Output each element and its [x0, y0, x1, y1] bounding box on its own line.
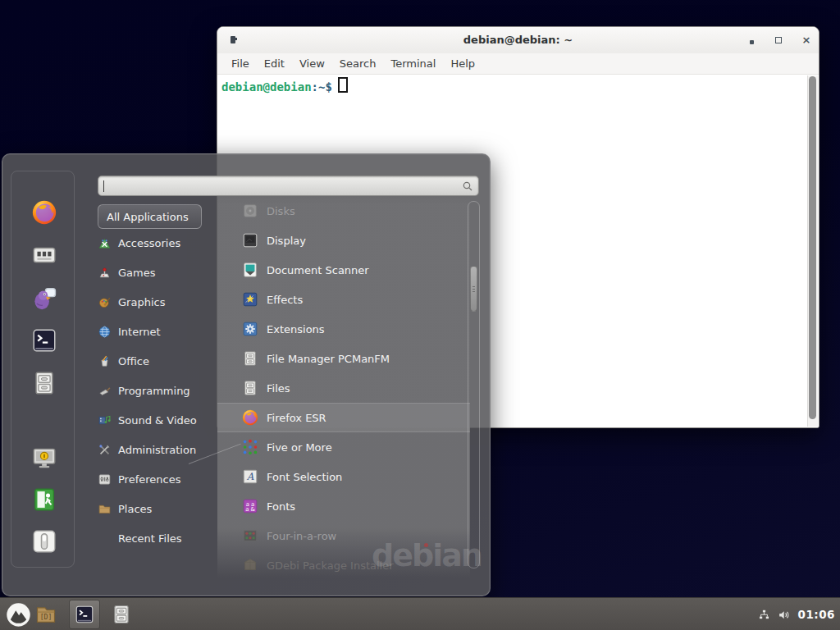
preferences-icon: [98, 472, 112, 486]
favorite-control-center[interactable]: [28, 239, 61, 272]
application-list: Disks Display Document Scanner Effects E…: [217, 196, 470, 582]
favorite-logout[interactable]: [28, 483, 61, 516]
menu-search[interactable]: Search: [332, 53, 384, 75]
category-list: Accessories Games Graphics Internet Offi…: [98, 228, 221, 553]
application-menu: All Applications Accessories Games Graph…: [2, 153, 491, 596]
font-selection-icon: [241, 468, 259, 486]
category-internet[interactable]: Internet: [98, 317, 221, 346]
category-games[interactable]: Games: [98, 258, 221, 287]
app-font-selection[interactable]: Font Selection: [217, 462, 470, 491]
category-places[interactable]: Places: [98, 494, 221, 523]
menu-scrollbar[interactable]: [468, 201, 480, 568]
search-input[interactable]: [103, 177, 457, 194]
app-files[interactable]: Files: [217, 373, 470, 403]
internet-icon: [98, 325, 112, 339]
display-icon: [241, 231, 259, 249]
window-title: debian@debian: ~: [217, 27, 819, 53]
category-sound-video[interactable]: Sound & Video: [98, 405, 221, 435]
all-applications-label: All Applications: [107, 211, 189, 223]
minimize-button[interactable]: [745, 34, 758, 47]
menu-search-box[interactable]: [98, 176, 479, 196]
spacer: [98, 532, 112, 546]
programming-icon: [98, 384, 112, 398]
favorite-lock-screen[interactable]: [28, 441, 61, 474]
maximize-button[interactable]: [772, 34, 785, 47]
app-file-manager-pcmanfm[interactable]: File Manager PCManFM: [217, 344, 470, 373]
file-cabinet-icon: [241, 349, 259, 368]
category-accessories[interactable]: Accessories: [98, 228, 221, 258]
favorite-pidgin[interactable]: [28, 281, 61, 314]
fonts-icon: [241, 497, 259, 515]
taskbar: 01:06: [0, 597, 840, 630]
debian-watermark: debian: [372, 540, 482, 571]
places-icon: [98, 502, 112, 516]
folder-icon: [34, 603, 57, 626]
volume-icon[interactable]: [777, 607, 792, 623]
file-cabinet-icon: [241, 379, 259, 397]
firefox-icon: [30, 199, 58, 226]
desktop: debian@debian: ~ × File Edit View Search…: [0, 0, 840, 630]
menu-file[interactable]: File: [224, 53, 257, 75]
category-office[interactable]: Office: [98, 346, 221, 376]
graphics-icon: [98, 295, 112, 309]
app-document-scanner[interactable]: Document Scanner: [217, 255, 470, 285]
app-disks[interactable]: Disks: [217, 196, 470, 226]
desktop-folder-button[interactable]: [34, 603, 57, 626]
effects-icon: [241, 290, 259, 308]
app-extensions[interactable]: Extensions: [217, 314, 470, 344]
category-graphics[interactable]: Graphics: [98, 287, 221, 317]
pidgin-icon: [30, 284, 58, 312]
close-button[interactable]: ×: [800, 34, 813, 47]
app-fonts[interactable]: Fonts: [217, 491, 470, 521]
accessories-icon: [98, 236, 112, 250]
menu-view[interactable]: View: [292, 53, 332, 75]
gdebi-icon: [241, 556, 259, 574]
app-firefox-esr[interactable]: Firefox ESR: [217, 403, 470, 432]
terminal-icon: [74, 604, 95, 625]
category-programming[interactable]: Programming: [98, 376, 221, 405]
clock[interactable]: 01:06: [798, 608, 835, 621]
four-in-a-row-icon: [241, 527, 259, 545]
disks-icon: [241, 202, 259, 220]
favorite-file-manager[interactable]: [28, 367, 61, 399]
app-display[interactable]: Display: [217, 226, 470, 255]
five-or-more-icon: [241, 438, 259, 456]
menu-button[interactable]: [5, 601, 31, 628]
terminal-menubar: File Edit View Search Terminal Help: [217, 53, 819, 75]
favorite-shutdown[interactable]: [28, 525, 61, 558]
menu-edit[interactable]: Edit: [257, 53, 292, 75]
file-manager-task-button[interactable]: [110, 603, 133, 626]
games-icon: [98, 266, 112, 280]
favorite-terminal[interactable]: [28, 324, 61, 357]
all-applications-button[interactable]: All Applications: [98, 204, 202, 229]
system-tray: 01:06: [757, 598, 835, 630]
document-scanner-icon: [241, 261, 259, 279]
administration-icon: [98, 443, 112, 457]
network-icon[interactable]: [757, 608, 771, 622]
firefox-icon: [241, 409, 259, 427]
category-administration[interactable]: Administration: [98, 435, 221, 464]
terminal-scrollbar-thumb[interactable]: [809, 76, 816, 419]
extensions-icon: [241, 320, 259, 338]
control-center-icon: [30, 241, 58, 269]
terminal-titlebar[interactable]: debian@debian: ~ ×: [217, 27, 819, 54]
menu-help[interactable]: Help: [443, 53, 482, 75]
category-preferences[interactable]: Preferences: [98, 464, 221, 494]
terminal-icon: [30, 326, 58, 354]
terminal-cursor: [338, 77, 348, 93]
search-icon: [461, 180, 474, 193]
app-five-or-more[interactable]: Five or More: [217, 432, 470, 462]
category-recent-files[interactable]: Recent Files: [98, 523, 221, 553]
file-cabinet-icon: [110, 603, 133, 626]
app-effects[interactable]: Effects: [217, 285, 470, 314]
lock-screen-icon: [30, 444, 58, 472]
terminal-scrollbar[interactable]: [807, 75, 818, 427]
favorite-firefox[interactable]: [28, 196, 61, 229]
terminal-task-button[interactable]: [69, 600, 100, 629]
shutdown-icon: [30, 527, 58, 555]
menu-terminal[interactable]: Terminal: [383, 53, 443, 75]
text-caret: [103, 180, 104, 192]
maximize-icon: [775, 37, 782, 43]
prompt-user-host: debian@debian: [221, 80, 312, 94]
menu-scrollbar-thumb[interactable]: [470, 266, 477, 312]
